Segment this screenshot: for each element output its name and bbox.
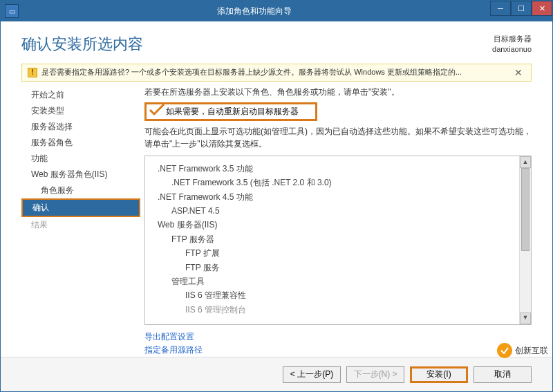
feature-item: 管理工具 [152, 274, 524, 288]
target-name: danxiaonuo [492, 44, 532, 55]
feature-item: IIS 6 管理控制台 [152, 303, 524, 317]
sidebar-item-before[interactable]: 开始之前 [21, 87, 139, 103]
sidebar-item-features[interactable]: 功能 [21, 151, 139, 167]
scroll-thumb[interactable] [521, 168, 529, 251]
feature-item: .NET Framework 3.5 功能 [152, 162, 524, 176]
sidebar-item-type[interactable]: 安装类型 [21, 103, 139, 119]
target-server-info: 目标服务器 danxiaonuo [492, 34, 532, 55]
restart-checkbox-label: 如果需要，自动重新启动目标服务器 [166, 106, 299, 118]
scroll-up-icon[interactable]: ▲ [520, 156, 531, 168]
next-button: 下一步(N) > [346, 366, 404, 383]
feature-item: FTP 服务 [152, 261, 524, 274]
minimize-button[interactable]: ─ [490, 1, 511, 16]
feature-item: IIS 6 管理兼容性 [152, 288, 524, 302]
checkbox-checked-icon [151, 106, 163, 117]
feature-item: .NET Framework 3.5 (包括 .NET 2.0 和 3.0) [152, 176, 524, 189]
feature-item: FTP 服务器 [152, 232, 524, 246]
export-config-link[interactable]: 导出配置设置 [144, 330, 532, 344]
titlebar: ▭ 添加角色和功能向导 ─ ☐ ✕ [1, 1, 552, 21]
sidebar: 开始之前 安装类型 服务器选择 服务器角色 功能 Web 服务器角色(IIS) … [21, 86, 139, 357]
feature-item: .NET Framework 4.5 功能 [152, 190, 524, 204]
feature-item: ASP.NET 4.5 [152, 204, 524, 218]
feature-item: FTP 扩展 [152, 246, 524, 260]
restart-checkbox-row[interactable]: 如果需要，自动重新启动目标服务器 [144, 102, 317, 121]
scroll-down-icon[interactable]: ▼ [520, 312, 531, 324]
feature-item: Web 服务器(IIS) [152, 218, 524, 232]
target-label: 目标服务器 [492, 34, 532, 44]
sidebar-item-iis[interactable]: Web 服务器角色(IIS) [21, 167, 139, 183]
sidebar-item-confirm[interactable]: 确认 [21, 198, 140, 217]
scrollbar[interactable]: ▲ ▼ [519, 156, 531, 324]
page-title: 确认安装所选内容 [21, 34, 143, 55]
feature-list[interactable]: .NET Framework 3.5 功能 .NET Framework 3.5… [144, 156, 532, 325]
footer: < 上一步(P) 下一步(N) > 安装(I) 取消 [1, 357, 552, 391]
close-button[interactable]: ✕ [532, 1, 552, 16]
note-text: 可能会在此页面上显示可选功能(如管理工具)，因为已自动选择这些功能。如果不希望安… [144, 125, 532, 150]
sidebar-item-server-select[interactable]: 服务器选择 [21, 119, 139, 135]
sidebar-item-roles[interactable]: 服务器角色 [21, 135, 139, 151]
previous-button[interactable]: < 上一步(P) [283, 366, 341, 383]
links-area: 导出配置设置 指定备用源路径 [144, 330, 532, 357]
warning-text: 是否需要指定备用源路径? 一个或多个安装选项在目标服务器上缺少源文件。服务器将尝… [41, 67, 512, 77]
sidebar-item-result: 结果 [21, 217, 139, 233]
cancel-button[interactable]: 取消 [474, 366, 532, 383]
wizard-icon: ▭ [5, 4, 19, 18]
window-title: 添加角色和功能向导 [19, 6, 490, 17]
maximize-button[interactable]: ☐ [511, 1, 532, 16]
instruction-text: 若要在所选服务器上安装以下角色、角色服务或功能，请单击"安装"。 [144, 86, 532, 98]
install-button[interactable]: 安装(I) [410, 366, 468, 383]
warning-close-button[interactable]: ✕ [512, 67, 525, 78]
sidebar-item-role-services[interactable]: 角色服务 [21, 183, 139, 198]
alt-source-link[interactable]: 指定备用源路径 [144, 344, 532, 357]
warning-icon: ! [28, 68, 37, 77]
warning-bar: ! 是否需要指定备用源路径? 一个或多个安装选项在目标服务器上缺少源文件。服务器… [21, 64, 532, 82]
